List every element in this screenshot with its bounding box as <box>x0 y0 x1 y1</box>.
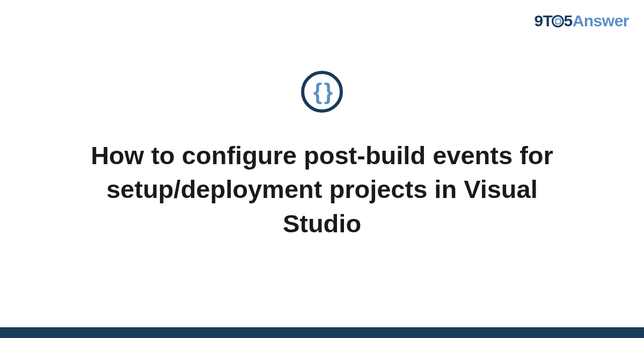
code-braces-icon: { } <box>301 71 343 113</box>
braces-glyph: { } <box>313 80 331 103</box>
main-content: { } How to configure post-build events f… <box>0 0 644 327</box>
page-title: How to configure post-build events for s… <box>75 138 569 240</box>
footer-bar <box>0 327 644 338</box>
